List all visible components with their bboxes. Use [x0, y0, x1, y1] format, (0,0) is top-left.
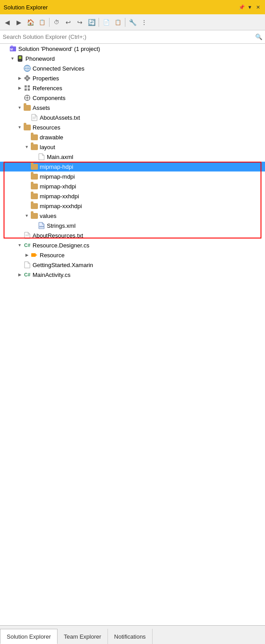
layout-expand[interactable]: ▼: [23, 142, 30, 152]
undo-button[interactable]: ↩: [63, 17, 74, 28]
tree-item-aboutresources[interactable]: AboutResources.txt: [0, 230, 265, 240]
tree-item-components[interactable]: Components: [0, 93, 265, 103]
values-label: values: [40, 213, 57, 219]
values-expand[interactable]: ▼: [23, 211, 30, 221]
references-icon: [23, 84, 31, 92]
solution-expand: [2, 44, 9, 54]
svg-text:M: M: [10, 48, 13, 51]
solution-root[interactable]: M Solution 'Phoneword' (1 project): [0, 44, 265, 54]
tree-content: M Solution 'Phoneword' (1 project) ▼ Pho…: [0, 44, 265, 625]
title-bar: Solution Explorer 📌 ▼ ✕: [0, 0, 265, 14]
mipmap-xhdpi-expand: [23, 181, 30, 191]
mipmap-hdpi-label: mipmap-hdpi: [40, 163, 73, 170]
assets-label: Assets: [33, 105, 50, 111]
tree-item-strings-xml[interactable]: xml Strings.xml: [0, 221, 265, 230]
resource-node-icon: [30, 251, 38, 259]
svg-rect-27: [31, 253, 36, 257]
main-axml-icon: [37, 153, 46, 161]
svg-rect-14: [28, 88, 30, 91]
components-icon: [23, 94, 31, 102]
tree-item-mipmap-xxxhdpi[interactable]: mipmap-xxxhdpi: [0, 201, 265, 211]
tab-notifications-label: Notifications: [114, 633, 146, 640]
svg-rect-4: [19, 56, 21, 59]
getting-started-expand: [16, 260, 23, 270]
tree-item-mipmap-xhdpi[interactable]: mipmap-xhdpi: [0, 181, 265, 191]
resource-designer-expand[interactable]: ▼: [16, 240, 23, 250]
assets-icon: [23, 104, 31, 112]
tab-notifications[interactable]: Notifications: [108, 629, 153, 644]
getting-started-label: GettingStarted.Xamarin: [33, 262, 93, 268]
toolbar-separator-1: [49, 18, 50, 27]
components-label: Components: [33, 95, 66, 101]
mainactivity-icon: C#: [23, 271, 31, 279]
phoneword-icon: [16, 54, 24, 63]
search-bar[interactable]: 🔍: [0, 30, 265, 44]
tab-team-explorer[interactable]: Team Explorer: [58, 629, 108, 644]
mipmap-xhdpi-label: mipmap-xhdpi: [40, 183, 76, 190]
pin-icon[interactable]: 📌: [238, 4, 245, 11]
title-bar-controls: 📌 ▼ ✕: [238, 4, 261, 11]
clock-button[interactable]: ⏱: [51, 17, 62, 28]
mipmap-hdpi-expand: [23, 162, 30, 171]
tree-item-resource-designer[interactable]: ▼ C# Resource.Designer.cs: [0, 240, 265, 250]
forward-button[interactable]: ▶: [13, 17, 24, 28]
tree-item-mipmap-xxhdpi[interactable]: mipmap-xxhdpi: [0, 191, 265, 201]
references-expand[interactable]: ▶: [16, 83, 23, 93]
tab-solution-explorer[interactable]: Solution Explorer: [0, 629, 58, 644]
properties-label: Properties: [33, 75, 59, 82]
back-button[interactable]: ◀: [2, 17, 12, 28]
mainactivity-expand[interactable]: ▶: [16, 270, 23, 280]
toolbar-separator-2: [99, 18, 99, 27]
aboutresources-icon: [23, 231, 31, 239]
tree-item-assets[interactable]: ▼ Assets: [0, 103, 265, 113]
mipmap-xhdpi-icon: [30, 182, 38, 190]
svg-text:xml: xml: [39, 225, 44, 228]
resource-designer-icon: C#: [23, 241, 31, 249]
redo-button[interactable]: ↪: [75, 17, 85, 28]
tab-solution-explorer-label: Solution Explorer: [7, 633, 51, 640]
pages-button[interactable]: 📋: [37, 17, 47, 28]
resource-node-expand[interactable]: ▶: [23, 250, 30, 260]
layout-icon: [30, 143, 38, 151]
properties-expand[interactable]: ▶: [16, 73, 23, 83]
tree-item-resource-node[interactable]: ▶ Resource: [0, 250, 265, 260]
tree-item-references[interactable]: ▶ References: [0, 83, 265, 93]
tree-item-drawable[interactable]: drawable: [0, 132, 265, 142]
tree-item-mainactivity[interactable]: ▶ C# MainActivity.cs: [0, 270, 265, 280]
resources-expand[interactable]: ▼: [16, 122, 23, 132]
connected-services-icon: [23, 64, 31, 72]
solution-label: Solution 'Phoneword' (1 project): [18, 46, 100, 52]
drawable-icon: [30, 133, 38, 141]
mipmap-xxhdpi-label: mipmap-xxhdpi: [40, 193, 79, 200]
home-button[interactable]: 🏠: [25, 17, 36, 28]
tree-item-layout[interactable]: ▼ layout: [0, 142, 265, 152]
tree-item-resources[interactable]: ▼ Resources: [0, 122, 265, 132]
more-button[interactable]: ⋮: [139, 17, 149, 28]
copy-button[interactable]: 📄: [101, 17, 112, 28]
tree-item-phoneword[interactable]: ▼ Phoneword: [0, 54, 265, 63]
tree-item-properties[interactable]: ▶ Properties: [0, 73, 265, 83]
search-input[interactable]: [3, 33, 255, 40]
toolbar-separator-3: [125, 18, 125, 27]
drawable-label: drawable: [40, 134, 63, 141]
components-expand: [16, 93, 23, 103]
tree-item-getting-started[interactable]: GettingStarted.Xamarin: [0, 260, 265, 270]
strings-xml-label: Strings.xml: [47, 222, 75, 229]
phoneword-expand[interactable]: ▼: [9, 54, 16, 63]
tree-item-main-axml[interactable]: Main.axml: [0, 152, 265, 162]
close-icon[interactable]: ✕: [254, 4, 261, 11]
tree-item-values[interactable]: ▼ values: [0, 211, 265, 221]
connected-services-expand: [16, 63, 23, 73]
tree-item-connected-services[interactable]: Connected Services: [0, 63, 265, 73]
aboutassets-label: AboutAssets.txt: [40, 114, 80, 121]
refresh-button[interactable]: 🔄: [86, 17, 97, 28]
tree-item-mipmap-mdpi[interactable]: mipmap-mdpi: [0, 171, 265, 181]
main-axml-expand: [30, 152, 37, 162]
paste-button[interactable]: 📋: [112, 17, 123, 28]
mipmap-xxxhdpi-expand: [23, 201, 30, 211]
assets-expand[interactable]: ▼: [16, 103, 23, 113]
settings-button[interactable]: 🔧: [127, 17, 138, 28]
tree-item-aboutassets[interactable]: AboutAssets.txt: [0, 113, 265, 122]
tree-item-mipmap-hdpi[interactable]: mipmap-hdpi: [0, 162, 265, 171]
dropdown-icon[interactable]: ▼: [246, 4, 253, 11]
